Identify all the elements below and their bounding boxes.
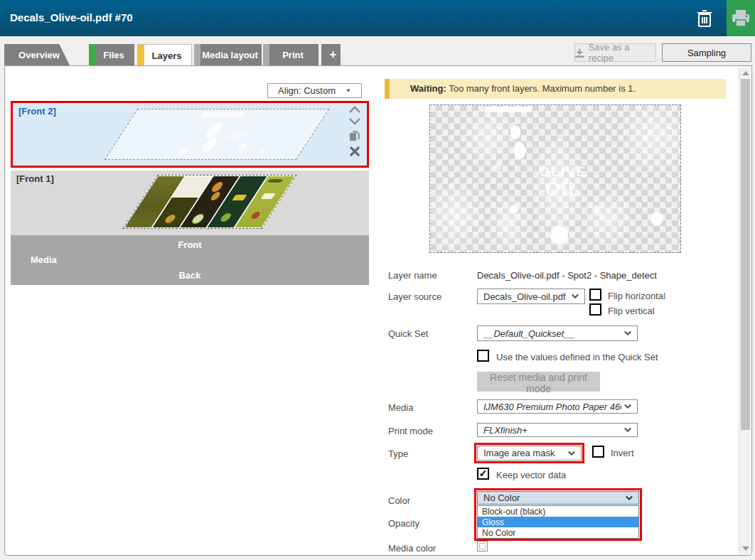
chevron-down-icon: [624, 403, 631, 410]
quick-set-label: Quick Set: [388, 328, 428, 339]
reset-media-print-button[interactable]: Reset media and print mode: [477, 372, 600, 392]
layers-panel: Align: Custom ▼ [Front 2]: [4, 65, 752, 556]
chevron-down-icon: [624, 330, 631, 337]
print-mode-select[interactable]: FLXfinish+: [477, 423, 638, 437]
print-mode-value: FLXfinish+: [483, 425, 621, 436]
print-mode-label: Print mode: [388, 426, 433, 436]
use-quickset-checkbox[interactable]: [477, 350, 489, 362]
quick-set-select[interactable]: __Default_Quickset__: [477, 325, 638, 341]
caret-down-icon: ▼: [346, 87, 351, 94]
tab-print-stripe: [263, 44, 269, 65]
type-value: Image area mask: [483, 448, 565, 458]
keep-vector-label: Keep vector data: [496, 470, 566, 480]
add-tab-icon: +: [326, 48, 337, 62]
color-option-list: Block-out (black) Gloss No Color: [477, 505, 639, 539]
use-quickset-label: Use the values defined in the Quick Set: [496, 352, 658, 362]
media-stack-diagram: Front Media Back: [11, 235, 369, 285]
tab-layers[interactable]: Layers: [137, 44, 192, 66]
save-as-recipe-label: Save as a recipe: [589, 42, 655, 63]
media-color-label: Media color: [388, 543, 436, 554]
flip-horizontal-label: Flip horizontal: [608, 291, 665, 301]
warning-banner: Waiting: Too many front layers. Maximum …: [385, 79, 726, 99]
media-back-label: Back: [11, 270, 369, 281]
layer-name-value: Decals_Olive-oil.pdf - Spot2 - Shape_det…: [477, 270, 657, 281]
scroll-up-arrow[interactable]: [742, 71, 749, 75]
layer-row-front1[interactable]: [Front 1]: [11, 171, 369, 235]
color-select[interactable]: No Color: [477, 491, 639, 505]
layer-source-label: Layer source: [388, 291, 441, 302]
download-icon: [575, 48, 584, 58]
save-as-recipe-button[interactable]: Save as a recipe: [574, 43, 656, 62]
layer-source-select[interactable]: Decals_Olive-oil.pdf - Spo: [477, 289, 585, 304]
flip-vertical-label: Flip vertical: [608, 306, 655, 316]
type-select[interactable]: Image area mask: [477, 446, 582, 461]
printer-icon: [732, 10, 750, 27]
sampling-label: Sampling: [687, 48, 726, 58]
layer-name-label: Layer name: [388, 270, 437, 281]
tab-media-layout[interactable]: Media layout: [194, 44, 262, 65]
media-select-label: Media: [388, 402, 413, 413]
duplicate-layer-icon[interactable]: [349, 130, 360, 141]
tab-files[interactable]: Files: [89, 44, 134, 65]
invert-checkbox[interactable]: [592, 446, 604, 458]
sampling-button[interactable]: Sampling: [662, 43, 751, 62]
trash-icon: [695, 9, 714, 28]
scrollbar-thumb[interactable]: [741, 79, 750, 430]
layer-row-front2[interactable]: [Front 2]: [11, 101, 369, 168]
color-option-gloss[interactable]: Gloss: [478, 517, 638, 527]
printer-button[interactable]: [727, 0, 755, 36]
tab-files-label: Files: [99, 50, 124, 60]
chevron-down-icon: [572, 293, 579, 300]
color-label: Color: [388, 495, 410, 506]
tab-overview[interactable]: Overview: [4, 44, 70, 65]
layer-source-value: Decals_Olive-oil.pdf - Spo: [483, 291, 569, 302]
color-option-nocolor[interactable]: No Color: [478, 527, 638, 538]
move-layer-up-icon[interactable]: [349, 106, 360, 113]
color-option-blockout[interactable]: Block-out (black): [478, 506, 638, 517]
opacity-label: Opacity: [388, 518, 419, 529]
tab-overview-label: Overview: [14, 50, 60, 60]
warning-title: Waiting:: [410, 83, 446, 94]
layer-front2-label: [Front 2]: [18, 106, 56, 117]
keep-vector-checkbox[interactable]: [477, 468, 489, 480]
type-label: Type: [388, 448, 408, 459]
warning-message: Too many front layers. Maximum number is…: [449, 83, 636, 94]
warning-stripe: [385, 79, 390, 99]
chevron-down-icon: [626, 495, 633, 502]
align-select[interactable]: Align: Custom ▼: [267, 83, 362, 98]
media-color-checkbox[interactable]: [477, 541, 488, 551]
layer-preview: OLIVE OIL: [429, 104, 681, 253]
preview-olive-oil-text: OLIVE OIL: [524, 165, 602, 199]
tab-layers-label: Layers: [148, 50, 182, 61]
align-select-value: Align: Custom: [278, 85, 336, 96]
color-select-value: No Color: [483, 492, 623, 503]
app-window: Decals_Olive-oil.pdf #70 Overview: [0, 0, 755, 560]
right-scrollbar[interactable]: [739, 67, 751, 555]
flip-vertical-checkbox[interactable]: [589, 303, 601, 316]
flip-horizontal-checkbox[interactable]: [589, 289, 601, 301]
media-select-value: IJM630 Premium Photo Paper 460CMYKSS-El: [483, 402, 621, 412]
chevron-down-icon: [624, 426, 631, 434]
document-title: Decals_Olive-oil.pdf #70: [10, 11, 133, 23]
tab-add[interactable]: +: [321, 44, 341, 65]
tab-media-layout-label: Media layout: [198, 50, 258, 60]
layer-front1-label: [Front 1]: [16, 173, 54, 184]
tab-print-label: Print: [278, 50, 304, 60]
header-bar: Decals_Olive-oil.pdf #70: [0, 0, 755, 36]
media-select[interactable]: IJM630 Premium Photo Paper 460CMYKSS-El: [477, 399, 638, 414]
tab-layers-stripe: [138, 45, 144, 66]
tab-files-stripe: [89, 44, 95, 65]
layer-front2-thumbnail: [105, 109, 330, 160]
move-layer-down-icon[interactable]: [349, 118, 360, 125]
tab-print[interactable]: Print: [263, 44, 318, 65]
quick-set-value: __Default_Quickset__: [483, 328, 621, 339]
chevron-down-icon: [568, 450, 575, 457]
media-front-label: Front: [11, 239, 369, 250]
invert-label: Invert: [611, 448, 634, 458]
scroll-down-arrow[interactable]: [742, 546, 749, 551]
media-label: Media: [31, 254, 57, 265]
delete-job-button[interactable]: [695, 9, 718, 28]
delete-layer-icon[interactable]: [350, 146, 360, 156]
layer-front1-thumbnail: [122, 175, 296, 229]
